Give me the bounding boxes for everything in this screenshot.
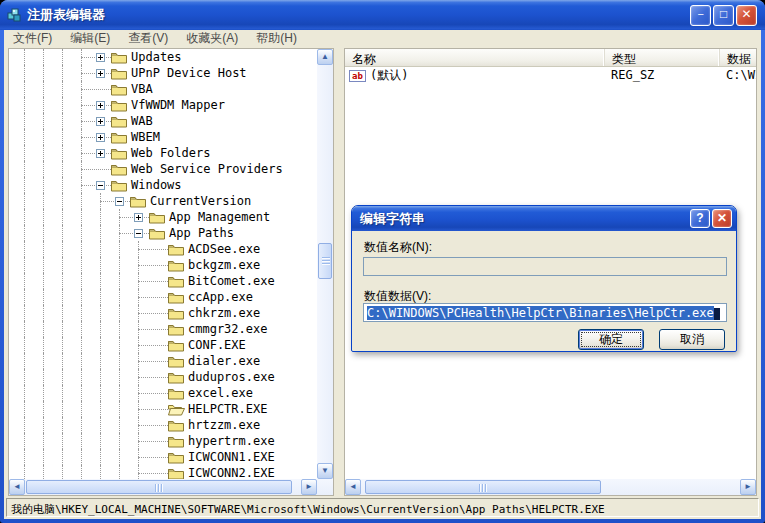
tree-item[interactable]: ACDSee.exe [9,241,317,257]
tree-item[interactable]: Updates [9,49,317,65]
folder-icon [111,178,127,192]
minimize-button[interactable]: － [690,5,711,26]
tree-item-label: VBA [131,82,153,96]
dialog-title-bar[interactable]: 编辑字符串 ? ✕ [352,206,736,231]
tree-item[interactable]: WBEM [9,129,317,145]
tree-item[interactable]: hrtzzm.exe [9,417,317,433]
collapse-icon[interactable] [134,229,143,238]
tree-guide-line [62,193,63,209]
tree-guide-line [81,241,82,257]
value-name-input[interactable] [363,257,727,276]
scroll-left-button[interactable]: ◄ [9,479,25,495]
scroll-left-button[interactable]: ◄ [345,479,361,495]
expand-icon[interactable] [96,53,105,62]
title-bar[interactable]: 注册表编辑器 － □ ✕ [0,0,765,30]
pane-splitter[interactable] [334,48,344,496]
tree-guide-line [119,401,120,417]
tree-item[interactable]: ccApp.exe [9,289,317,305]
folder-icon [168,370,184,384]
tree-item[interactable]: dialer.exe [9,353,317,369]
dialog-help-button[interactable]: ? [690,209,710,228]
tree-item[interactable]: CONF.EXE [9,337,317,353]
scroll-down-button[interactable]: ▼ [317,463,333,479]
tree-guide-line [138,465,139,479]
tree-guide-line [62,161,63,177]
column-header-data[interactable]: 数据 [719,49,756,66]
tree-guide-line [43,241,44,257]
list-row[interactable]: ab(默认)REG_SZC:\WI [345,67,756,83]
maximize-button[interactable]: □ [713,5,734,26]
expand-icon[interactable] [96,101,105,110]
menu-item-favorites[interactable]: 收藏夹(A) [177,29,247,48]
collapse-icon[interactable] [115,197,124,206]
tree-item-label: VfWWDM Mapper [131,98,225,112]
tree-item[interactable]: VfWWDM Mapper [9,97,317,113]
scroll-right-button[interactable]: ► [301,479,317,495]
menu-item-file[interactable]: 文件(F) [4,29,61,48]
tree-item[interactable]: Web Service Providers [9,161,317,177]
tree-item[interactable]: VBA [9,81,317,97]
value-data-input[interactable]: C:\WINDOWS\PCHealth\HelpCtr\Binaries\Hel… [363,303,727,322]
expand-icon[interactable] [96,117,105,126]
tree-guide-line [43,129,44,145]
tree-item[interactable]: BitComet.exe [9,273,317,289]
tree-guide-line [81,273,82,289]
tree-guide-line [119,321,120,337]
tree-item[interactable]: cmmgr32.exe [9,321,317,337]
tree-guide-line [62,417,63,433]
tree-guide-line [119,241,120,257]
tree-guide-line [43,209,44,225]
tree-item[interactable]: HELPCTR.EXE [9,401,317,417]
tree-item[interactable]: bckgzm.exe [9,257,317,273]
ok-button[interactable]: 确定 [578,329,644,350]
tree-item[interactable]: CurrentVersion [9,193,317,209]
expand-icon[interactable] [96,149,105,158]
tree-item[interactable]: App Paths [9,225,317,241]
expand-icon[interactable] [96,69,105,78]
tree-item-label: chkrzm.exe [188,306,260,320]
close-button[interactable]: ✕ [736,5,757,26]
scrollbar-thumb[interactable] [365,480,601,494]
tree-guide-line [81,289,82,305]
tree-guide-line [81,337,82,353]
menu-item-help[interactable]: 帮助(H) [247,29,306,48]
folder-icon [168,322,184,336]
tree-item[interactable]: dudupros.exe [9,369,317,385]
tree-item[interactable]: App Management [9,209,317,225]
tree-item[interactable]: ICWCONN2.EXE [9,465,317,479]
tree-guide-line [24,417,25,433]
tree-horizontal-scrollbar[interactable]: ◄ ► [9,479,333,495]
tree-item-label: hypertrm.exe [188,434,275,448]
tree-guide-line [43,385,44,401]
scrollbar-thumb[interactable] [318,243,332,279]
expand-icon[interactable] [134,213,143,222]
column-header-name[interactable]: 名称 [345,49,604,66]
dialog-close-button[interactable]: ✕ [712,209,732,228]
expand-icon[interactable] [96,133,105,142]
tree-guide-line [138,473,168,474]
menu-item-edit[interactable]: 编辑(E) [61,29,119,48]
tree-item[interactable]: WAB [9,113,317,129]
tree-item[interactable]: Windows [9,177,317,193]
tree-guide-line [62,113,63,129]
tree-item[interactable]: UPnP Device Host [9,65,317,81]
collapse-icon[interactable] [96,181,105,190]
tree-item[interactable]: ICWCONN1.EXE [9,449,317,465]
list-horizontal-scrollbar[interactable]: ◄ ► [345,479,756,495]
tree-guide-line [43,433,44,449]
tree-guide-line [62,369,63,385]
tree-item[interactable]: chkrzm.exe [9,305,317,321]
tree-item[interactable]: excel.exe [9,385,317,401]
tree-guide-line [138,409,168,410]
cancel-button[interactable]: 取消 [659,329,725,350]
folder-icon [111,162,127,176]
tree-guide-line [119,417,120,433]
scrollbar-thumb[interactable] [26,480,292,494]
tree-item[interactable]: Web Folders [9,145,317,161]
scroll-right-button[interactable]: ► [740,479,756,495]
tree-vertical-scrollbar[interactable]: ▲ ▼ [317,49,333,479]
scroll-up-button[interactable]: ▲ [317,49,333,65]
column-header-type[interactable]: 类型 [604,49,719,66]
tree-item[interactable]: hypertrm.exe [9,433,317,449]
menu-item-view[interactable]: 查看(V) [119,29,177,48]
